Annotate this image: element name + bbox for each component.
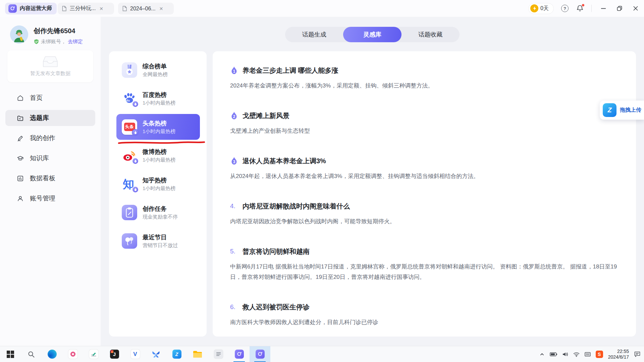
sidebar-item-knowledge[interactable]: 知识库 [5, 150, 95, 166]
sidebar-item-dashboard[interactable]: 数据看板 [5, 170, 95, 186]
flame-badge-icon [132, 186, 139, 193]
inbox-icon [42, 56, 58, 68]
taskbar-pink-app-icon[interactable] [62, 346, 83, 362]
taskbar-content-master-icon-active[interactable] [250, 346, 270, 362]
windows-icon [7, 351, 14, 358]
topic-title: 普京将访问朝鲜和越南 [243, 247, 310, 256]
battery-icon[interactable] [550, 352, 557, 357]
notification-bell-icon[interactable] [576, 4, 584, 12]
help-icon[interactable]: ? [561, 5, 569, 12]
sidebar-item-accounts[interactable]: 账号管理 [5, 190, 95, 206]
sidebar-item-label: 账号管理 [30, 194, 55, 203]
divider [591, 5, 592, 12]
topic-item[interactable]: 2 戈壁滩上新风景 戈壁滩上的产业创新与生态转型 [230, 111, 619, 136]
minimize-button[interactable] [599, 6, 608, 11]
close-button[interactable] [631, 6, 640, 11]
action-center-icon[interactable] [634, 351, 641, 357]
svg-text:du: du [126, 99, 130, 102]
notes-pencil-icon [89, 350, 98, 359]
title-bar: 内容运营大师 三分钟玩... ✕ 2024–06... ✕ 0天 ? [0, 0, 644, 17]
topic-description: 内塔尼亚胡因政治竞争解散以色列战时内阁，可能导致短期停火。 [230, 216, 619, 227]
topic-description: 中新网6月17日电 据俄新社当地时间17日报道，克里姆林宫称，俄罗斯总统普京将对… [230, 261, 619, 282]
board-subtitle: 1小时内最热榜 [143, 128, 175, 135]
document-icon [122, 6, 127, 11]
board-item-tasks[interactable]: 创作任务 现金奖励拿不停 [116, 199, 200, 225]
board-item-toutiao-selected[interactable]: 头条 头条热榜 1小时内最热榜 [116, 114, 200, 140]
taskbar-search-button[interactable] [21, 346, 42, 362]
drag-upload-widget[interactable]: Z 拖拽上传 [600, 101, 644, 120]
taskbar-v-app-icon[interactable]: V [125, 346, 146, 362]
board-title: 创作任务 [143, 205, 178, 213]
ime-keyboard-icon[interactable] [585, 352, 591, 357]
edge-browser-icon [48, 350, 57, 359]
document-icon [62, 6, 67, 11]
taskbar-content-master-icon[interactable] [229, 346, 250, 362]
board-subtitle: 全网最热榜 [143, 71, 168, 78]
content-master-app-icon [256, 350, 265, 359]
maximize-button[interactable] [615, 6, 624, 11]
rank-number: 4. [230, 202, 238, 210]
board-item-zhihu[interactable]: 知 知乎热榜 1小时内最热榜 [116, 171, 200, 197]
taskbar-jetbrains-app-icon[interactable]: J [104, 346, 125, 362]
topic-item[interactable]: 6. 救人迟到被罚医生停诊 南方医科大学教师因救人迟到遭处分，目前儿科门诊已停诊 [230, 302, 619, 327]
taskbar-file-explorer-icon[interactable] [187, 346, 208, 362]
topic-item[interactable]: 4. 内塔尼亚胡解散战时内阁意味着什么 内塔尼亚胡因政治竞争解散以色列战时内阁，… [230, 201, 619, 227]
hot-boards-panel: 综合榜单 全网最热榜 du 百度热榜 1小时内最热榜 头条 头条热榜 1小时内最… [109, 51, 207, 337]
avatar[interactable] [10, 25, 28, 44]
tab-topic-generation[interactable]: 话题生成 [285, 27, 343, 42]
user-icon [16, 195, 24, 202]
doc-tab-1[interactable]: 三分钟玩... ✕ [58, 3, 114, 14]
lightning-icon [530, 4, 538, 12]
bind-link[interactable]: 去绑定 [68, 39, 83, 45]
cloud-app-icon: Z [603, 103, 616, 117]
board-title: 头条热榜 [143, 119, 175, 127]
sidebar-item-topics[interactable]: 选题库 [5, 110, 95, 126]
sidebar-item-label: 我的创作 [30, 134, 55, 142]
weibo-icon [122, 148, 137, 163]
search-icon [27, 350, 35, 358]
tray-expand-chevron-icon[interactable] [539, 352, 545, 357]
topic-item[interactable]: 5. 普京将访问朝鲜和越南 中新网6月17日电 据俄新社当地时间17日报道，克里… [230, 247, 619, 282]
board-item-baidu[interactable]: du 百度热榜 1小时内最热榜 [116, 85, 200, 111]
board-item-festivals[interactable]: 最近节日 营销节日不放过 [116, 228, 200, 254]
flame-badge-icon [132, 101, 139, 108]
sidebar-item-home[interactable]: 首页 [5, 90, 95, 106]
close-tab-icon[interactable]: ✕ [159, 6, 164, 11]
start-button[interactable] [0, 346, 21, 362]
medal-icon [122, 62, 137, 78]
taskbar-edge-icon[interactable] [42, 346, 62, 362]
board-subtitle: 1小时内最热榜 [143, 157, 175, 163]
days-badge[interactable]: 0天 [528, 3, 554, 14]
cloud-app-icon: Z [172, 350, 181, 359]
wifi-icon[interactable] [573, 352, 580, 357]
sidebar-item-label: 知识库 [30, 154, 49, 163]
taskbar-notes-app-icon[interactable] [83, 346, 104, 362]
board-item-composite[interactable]: 综合榜单 全网最热榜 [116, 57, 200, 83]
volume-icon[interactable] [562, 352, 568, 357]
sidebar-item-my-creations[interactable]: 我的创作 [5, 130, 95, 146]
list-app-icon [214, 350, 223, 359]
close-tab-icon[interactable]: ✕ [99, 6, 104, 11]
topic-item[interactable]: 1 养老金三步走上调 哪些人能多涨 2024年养老金调整方案公布，涨幅为3%，采… [230, 66, 619, 91]
doc-tab-label: 三分钟玩... [70, 5, 96, 12]
taskbar-gray-app-icon[interactable] [208, 346, 229, 362]
topic-title: 戈壁滩上新风景 [243, 111, 289, 120]
sogou-input-icon[interactable]: S [596, 351, 603, 358]
topic-item[interactable]: 3 退休人员基本养老金上调3% 从2024年起，退休人员基本养老金将上调3%，采… [230, 156, 619, 181]
sidebar-item-label: 选题库 [30, 114, 49, 122]
folder-icon [193, 350, 202, 358]
doc-tab-2[interactable]: 2024–06... ✕ [118, 3, 174, 14]
taskbar-clock[interactable]: 22:55 2024/6/17 [608, 349, 629, 360]
board-item-weibo[interactable]: 微博热榜 1小时内最热榜 [116, 142, 200, 168]
bar-chart-icon [16, 175, 24, 182]
tab-topic-favorites[interactable]: 话题收藏 [401, 27, 460, 42]
username: 创作先锋6504 [34, 26, 83, 36]
tab-inspiration-library[interactable]: 灵感库 [343, 27, 401, 42]
taskbar-butterfly-app-icon[interactable] [146, 346, 166, 362]
main-tab-bar: 话题生成 灵感库 话题收藏 [285, 27, 460, 42]
sidebar-item-label: 首页 [30, 94, 43, 102]
app-tab[interactable]: 内容运营大师 [5, 3, 57, 14]
board-title: 微博热榜 [143, 148, 175, 156]
v-app-icon: V [131, 350, 140, 359]
taskbar-cloud-z-app-icon[interactable]: Z [166, 346, 187, 362]
